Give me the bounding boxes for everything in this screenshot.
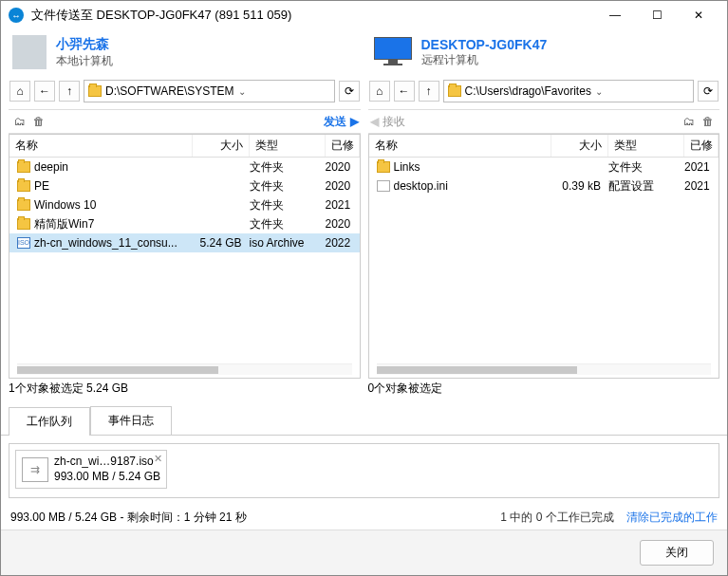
file-row[interactable]: deepin文件夹2020 <box>9 158 360 177</box>
local-path-input[interactable]: D:\SOFTWARE\SYSTEM ⌄ <box>84 80 335 102</box>
local-back-button[interactable]: ← <box>34 81 55 102</box>
remote-status: 0个对象被选定 <box>368 381 720 397</box>
file-modified: 2020 <box>322 217 356 231</box>
chevron-down-icon[interactable]: ⌄ <box>595 86 689 97</box>
file-type: 文件夹 <box>246 216 322 232</box>
col-type[interactable]: 类型 <box>608 135 684 157</box>
maximize-button[interactable]: ☐ <box>636 2 678 28</box>
file-row[interactable]: desktop.ini0.39 kB配置设置2021 <box>369 177 719 195</box>
queue-item[interactable]: ⇉ zh-cn_wi…9187.iso 993.00 MB / 5.24 GB … <box>15 450 167 489</box>
jobs-completed: 1 中的 0 个工作已完成 <box>500 511 613 524</box>
local-h-scrollbar[interactable] <box>17 363 352 375</box>
folder-icon <box>377 161 390 173</box>
file-size: 0.39 kB <box>548 179 605 193</box>
remote-path-text: C:\Users\drago\Favorites <box>465 84 591 98</box>
iso-icon: ISO <box>17 237 30 249</box>
transfer-status: 993.00 MB / 5.24 GB - 剩余时间：1 分钟 21 秒 <box>10 510 500 526</box>
col-modified[interactable]: 已修 <box>684 135 719 157</box>
folder-icon <box>17 199 30 211</box>
remote-path-input[interactable]: C:\Users\drago\Favorites ⌄ <box>443 80 695 102</box>
local-user-avatar <box>12 35 47 69</box>
local-path-text: D:\SOFTWARE\SYSTEM <box>105 84 234 98</box>
folder-icon <box>88 85 102 97</box>
file-name: Links <box>394 160 549 174</box>
local-refresh-button[interactable]: ⟳ <box>339 81 360 102</box>
file-row[interactable]: ISOzh-cn_windows_11_consu...5.24 GBiso A… <box>9 233 360 252</box>
file-name: deepin <box>34 160 189 174</box>
col-modified[interactable]: 已修 <box>326 135 360 157</box>
tab-log[interactable]: 事件日志 <box>90 406 172 435</box>
close-window-button[interactable]: ✕ <box>678 2 719 28</box>
local-name: 小羿先森 <box>56 36 113 53</box>
local-delete-button[interactable]: 🗑 <box>29 112 48 131</box>
remote-home-button[interactable]: ⌂ <box>369 81 390 102</box>
file-modified: 2020 <box>322 179 356 193</box>
file-row[interactable]: PE文件夹2020 <box>9 177 360 195</box>
file-type: 文件夹 <box>246 178 322 195</box>
remote-new-folder-button[interactable]: 🗂 <box>680 112 699 131</box>
local-file-pane: 名称 大小 类型 已修 deepin文件夹2020PE文件夹2020Window… <box>9 134 361 379</box>
local-new-folder-button[interactable]: 🗂 <box>10 112 29 131</box>
file-modified: 2022 <box>322 236 356 250</box>
folder-icon <box>17 180 30 192</box>
file-name: Windows 10 <box>34 198 189 212</box>
clear-completed-link[interactable]: 清除已完成的工作 <box>626 511 718 524</box>
app-icon <box>9 8 24 23</box>
window-title: 文件传送至 DESKTOP-JG0FK47 (891 511 059) <box>31 7 594 24</box>
remote-delete-button[interactable]: 🗑 <box>699 112 718 131</box>
file-row[interactable]: Windows 10文件夹2021 <box>9 195 360 214</box>
file-type: 文件夹 <box>246 159 322 176</box>
ini-icon <box>377 180 390 192</box>
file-name: PE <box>34 179 189 193</box>
minimize-button[interactable]: — <box>594 2 636 28</box>
transfer-icon: ⇉ <box>22 457 48 482</box>
col-name[interactable]: 名称 <box>369 135 552 157</box>
receive-arrow-icon: ◀ <box>370 115 379 128</box>
folder-icon <box>448 85 461 97</box>
file-size: 5.24 GB <box>189 236 246 250</box>
queue-panel: ⇉ zh-cn_wi…9187.iso 993.00 MB / 5.24 GB … <box>9 443 719 498</box>
tab-queue[interactable]: 工作队列 <box>9 407 90 436</box>
local-up-button[interactable]: ↑ <box>59 81 80 102</box>
file-type: 文件夹 <box>605 159 681 176</box>
file-name: desktop.ini <box>394 179 549 193</box>
send-button[interactable]: 发送 <box>320 114 350 130</box>
col-name[interactable]: 名称 <box>9 135 193 157</box>
folder-icon <box>17 218 30 230</box>
file-name: 精简版Win7 <box>34 216 189 232</box>
remote-file-pane: 名称 大小 类型 已修 Links文件夹2021desktop.ini0.39 … <box>368 134 720 379</box>
folder-icon <box>17 161 30 173</box>
remote-h-scrollbar[interactable] <box>377 363 712 375</box>
file-type: 文件夹 <box>246 197 322 214</box>
file-modified: 2020 <box>322 160 356 174</box>
file-type: iso Archive <box>246 236 322 250</box>
file-name: zh-cn_windows_11_consu... <box>34 236 189 250</box>
local-status: 1个对象被选定 5.24 GB <box>9 381 361 397</box>
queue-item-close[interactable]: ✕ <box>154 453 162 465</box>
file-modified: 2021 <box>681 179 715 193</box>
col-type[interactable]: 类型 <box>250 135 326 157</box>
send-arrow-icon: ▶ <box>350 115 359 128</box>
col-size[interactable]: 大小 <box>193 135 250 157</box>
file-row[interactable]: 精简版Win7文件夹2020 <box>9 214 360 233</box>
local-subtitle: 本地计算机 <box>56 53 113 69</box>
col-size[interactable]: 大小 <box>551 135 608 157</box>
remote-up-button[interactable]: ↑ <box>419 81 439 102</box>
remote-back-button[interactable]: ← <box>394 81 415 102</box>
remote-monitor-icon <box>374 37 412 67</box>
file-modified: 2021 <box>322 198 356 212</box>
remote-subtitle: 远程计算机 <box>421 52 548 68</box>
chevron-down-icon[interactable]: ⌄ <box>238 86 330 97</box>
file-type: 配置设置 <box>605 178 681 195</box>
close-button[interactable]: 关闭 <box>640 540 714 566</box>
file-row[interactable]: Links文件夹2021 <box>369 158 719 177</box>
remote-refresh-button[interactable]: ⟳ <box>698 81 719 102</box>
file-modified: 2021 <box>681 160 715 174</box>
local-home-button[interactable]: ⌂ <box>9 81 30 102</box>
queue-item-progress: 993.00 MB / 5.24 GB <box>54 470 160 485</box>
remote-name: DESKTOP-JG0FK47 <box>421 37 548 52</box>
queue-item-name: zh-cn_wi…9187.iso <box>54 455 160 470</box>
receive-button[interactable]: 接收 <box>379 114 409 130</box>
